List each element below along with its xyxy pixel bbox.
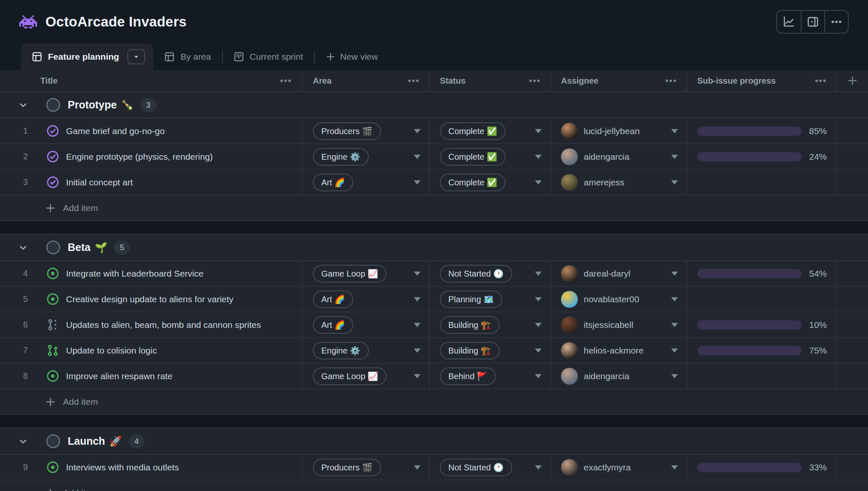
status-pill[interactable]: Behind 🚩 bbox=[440, 367, 496, 385]
assignee-cell[interactable]: itsjessicabell bbox=[550, 312, 686, 337]
status-cell[interactable]: Complete ✅ bbox=[429, 119, 550, 143]
collapse-group-icon[interactable] bbox=[0, 437, 46, 446]
dropdown-caret-icon[interactable] bbox=[414, 374, 421, 378]
column-menu-icon[interactable]: ••• bbox=[815, 76, 827, 86]
issue-title[interactable]: Improve alien respawn rate bbox=[66, 371, 172, 381]
title-cell[interactable]: Game brief and go-no-go bbox=[46, 119, 302, 143]
dropdown-caret-icon[interactable] bbox=[671, 180, 678, 185]
status-cell[interactable]: Complete ✅ bbox=[429, 144, 550, 169]
status-pill[interactable]: Not Started 🕐 bbox=[440, 459, 512, 476]
area-pill[interactable]: Art 🌈 bbox=[313, 316, 353, 334]
table-row[interactable]: 7 Update to colision logic Engine ⚙️ Bui… bbox=[0, 338, 868, 364]
dropdown-caret-icon[interactable] bbox=[535, 129, 542, 133]
area-pill[interactable]: Producers 🎬 bbox=[313, 122, 381, 140]
area-pill[interactable]: Producers 🎬 bbox=[313, 459, 381, 476]
dropdown-caret-icon[interactable] bbox=[535, 297, 542, 301]
status-pill[interactable]: Complete ✅ bbox=[440, 122, 505, 140]
title-cell[interactable]: Creative design update to aliens for var… bbox=[46, 287, 302, 311]
status-pill[interactable]: Complete ✅ bbox=[440, 174, 505, 191]
area-pill[interactable]: Art 🌈 bbox=[313, 290, 353, 308]
assignee-login[interactable]: novablaster00 bbox=[584, 294, 665, 304]
issue-title[interactable]: Integrate with Leaderboard Service bbox=[66, 269, 204, 279]
dropdown-caret-icon[interactable] bbox=[671, 348, 678, 353]
issue-title[interactable]: Engine prototype (physics, rendering) bbox=[66, 152, 213, 162]
area-cell[interactable]: Art 🌈 bbox=[302, 287, 429, 311]
area-cell[interactable]: Art 🌈 bbox=[302, 312, 429, 337]
dropdown-caret-icon[interactable] bbox=[535, 465, 542, 470]
collapse-sidebar-button[interactable] bbox=[801, 11, 824, 33]
column-menu-icon[interactable]: ••• bbox=[408, 76, 420, 86]
area-pill[interactable]: Game Loop 📈 bbox=[313, 265, 386, 282]
view-menu-button[interactable] bbox=[127, 49, 145, 64]
assignee-login[interactable]: aidengarcia bbox=[584, 371, 665, 381]
assignee-login[interactable]: aidengarcia bbox=[584, 152, 665, 162]
area-pill[interactable]: Game Loop 📈 bbox=[313, 367, 386, 385]
column-header-sub-issue-progress[interactable]: Sub-issue progress ••• bbox=[686, 70, 836, 91]
status-pill[interactable]: Complete ✅ bbox=[440, 148, 505, 166]
add-item-button[interactable]: Add item bbox=[0, 389, 868, 415]
status-cell[interactable]: Building 🏗️ bbox=[429, 338, 550, 363]
status-pill[interactable]: Building 🏗️ bbox=[440, 316, 500, 334]
column-menu-icon[interactable]: ••• bbox=[529, 76, 541, 86]
add-column-button[interactable] bbox=[836, 70, 868, 91]
assignee-login[interactable]: helios-ackmore bbox=[584, 346, 665, 356]
title-cell[interactable]: Update to colision logic bbox=[46, 338, 302, 363]
area-pill[interactable]: Art 🌈 bbox=[313, 174, 353, 191]
assignee-cell[interactable]: dareal-daryl bbox=[550, 261, 686, 286]
area-cell[interactable]: Engine ⚙️ bbox=[302, 338, 429, 363]
issue-title[interactable]: Game brief and go-no-go bbox=[66, 126, 165, 136]
dropdown-caret-icon[interactable] bbox=[535, 180, 542, 185]
area-pill[interactable]: Engine ⚙️ bbox=[313, 342, 369, 359]
issue-title[interactable]: Update to colision logic bbox=[66, 346, 157, 356]
dropdown-caret-icon[interactable] bbox=[671, 129, 678, 133]
title-cell[interactable]: Improve alien respawn rate bbox=[46, 364, 302, 388]
assignee-cell[interactable]: exactlymyra bbox=[550, 455, 686, 480]
table-row[interactable]: 1 Game brief and go-no-go Producers 🎬 Co… bbox=[0, 119, 868, 144]
issue-title[interactable]: Initial concept art bbox=[66, 177, 133, 187]
dropdown-caret-icon[interactable] bbox=[671, 155, 678, 159]
area-cell[interactable]: Producers 🎬 bbox=[302, 119, 429, 143]
dropdown-caret-icon[interactable] bbox=[414, 129, 421, 133]
assignee-cell[interactable]: amerejess bbox=[550, 170, 686, 195]
column-header-area[interactable]: Area ••• bbox=[302, 70, 429, 91]
collapse-group-icon[interactable] bbox=[0, 100, 46, 110]
dropdown-caret-icon[interactable] bbox=[535, 323, 542, 327]
status-cell[interactable]: Complete ✅ bbox=[429, 170, 550, 195]
column-menu-icon[interactable]: ••• bbox=[280, 76, 292, 86]
table-row[interactable]: 6 Updates to alien, beam, bomb and canno… bbox=[0, 312, 868, 338]
status-cell[interactable]: Not Started 🕐 bbox=[429, 455, 550, 480]
dropdown-caret-icon[interactable] bbox=[535, 348, 542, 353]
issue-title[interactable]: Updates to alien, beam, bomb and cannon … bbox=[66, 320, 261, 330]
dropdown-caret-icon[interactable] bbox=[414, 323, 421, 327]
tab-by-area[interactable]: By area bbox=[153, 43, 222, 70]
group-header-launch[interactable]: Launch 🚀 4 bbox=[0, 428, 868, 455]
table-row[interactable]: 3 Initial concept art Art 🌈 Complete ✅ a… bbox=[0, 170, 868, 195]
assignee-login[interactable]: amerejess bbox=[584, 177, 665, 187]
dropdown-caret-icon[interactable] bbox=[535, 155, 542, 159]
assignee-login[interactable]: lucid-jellybean bbox=[584, 126, 665, 136]
area-cell[interactable]: Art 🌈 bbox=[302, 170, 429, 195]
add-item-button[interactable]: Add item bbox=[0, 480, 868, 491]
more-options-button[interactable] bbox=[824, 11, 848, 33]
table-row[interactable]: 9 Interviews with media outlets Producer… bbox=[0, 455, 868, 480]
dropdown-caret-icon[interactable] bbox=[671, 297, 678, 301]
dropdown-caret-icon[interactable] bbox=[671, 465, 678, 470]
status-cell[interactable]: Building 🏗️ bbox=[429, 312, 550, 337]
issue-title[interactable]: Creative design update to aliens for var… bbox=[66, 294, 233, 304]
status-cell[interactable]: Not Started 🕐 bbox=[429, 261, 550, 286]
dropdown-caret-icon[interactable] bbox=[414, 297, 421, 301]
dropdown-caret-icon[interactable] bbox=[414, 465, 421, 470]
assignee-cell[interactable]: helios-ackmore bbox=[550, 338, 686, 363]
tab-current-sprint[interactable]: Current sprint bbox=[223, 43, 314, 70]
table-row[interactable]: 8 Improve alien respawn rate Game Loop 📈… bbox=[0, 364, 868, 389]
column-header-title[interactable]: Title ••• bbox=[0, 70, 302, 91]
dropdown-caret-icon[interactable] bbox=[414, 272, 421, 276]
dropdown-caret-icon[interactable] bbox=[535, 374, 542, 378]
status-pill[interactable]: Planning 🗺️ bbox=[440, 290, 502, 308]
dropdown-caret-icon[interactable] bbox=[414, 155, 421, 159]
status-cell[interactable]: Planning 🗺️ bbox=[429, 287, 550, 311]
assignee-login[interactable]: dareal-daryl bbox=[584, 269, 665, 279]
column-header-status[interactable]: Status ••• bbox=[429, 70, 550, 91]
dropdown-caret-icon[interactable] bbox=[414, 348, 421, 353]
area-cell[interactable]: Producers 🎬 bbox=[302, 455, 429, 480]
